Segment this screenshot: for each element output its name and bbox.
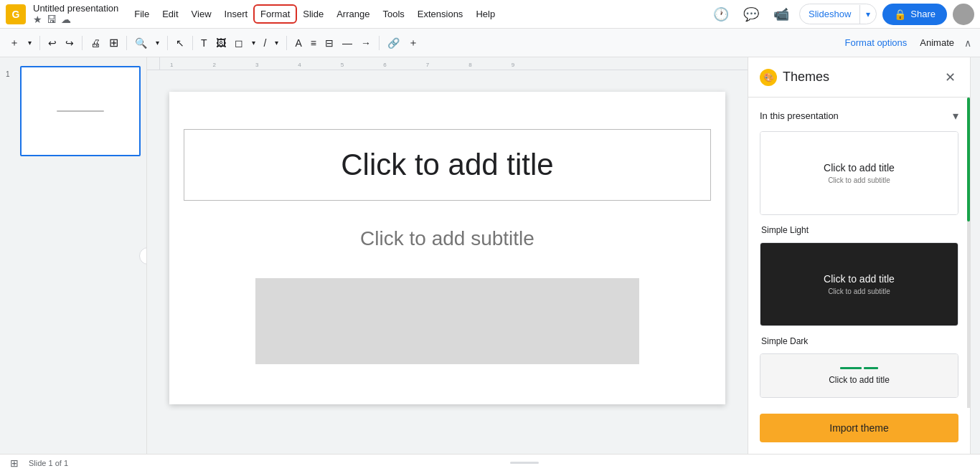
themes-panel: 🎨 Themes ✕ In this presentation ▾ Click … (748, 57, 970, 454)
user-avatar[interactable] (953, 4, 974, 25)
cloud-icon[interactable]: ☁ (61, 14, 71, 25)
share-button[interactable]: 🔒 Share (882, 4, 947, 25)
slide-canvas[interactable]: Click to add title Click to add subtitle (169, 92, 725, 404)
scroll-indicator (510, 462, 539, 464)
menu-extensions[interactable]: Extensions (412, 6, 469, 22)
text-button[interactable]: T (197, 34, 211, 52)
app-logo[interactable]: G (6, 4, 26, 24)
history-button[interactable]: 🕐 (709, 4, 733, 25)
cursor-button[interactable]: ↖ (172, 34, 188, 52)
menu-file[interactable]: File (128, 6, 155, 22)
doc-title[interactable]: Untitled presentation (33, 3, 118, 14)
comment-button[interactable]: 💬 (739, 4, 763, 25)
menu-format[interactable]: Format (255, 6, 296, 22)
image-button[interactable]: 🖼 (212, 34, 230, 52)
main-area: 1 ‹ 1 2 3 4 5 6 7 8 (0, 57, 980, 454)
theme-preview-simple-dark: Click to add title Click to add subtitle (760, 243, 958, 325)
themes-header: 🎨 Themes ✕ (748, 57, 970, 97)
menu-edit[interactable]: Edit (156, 6, 184, 22)
grid-view-button[interactable]: ⊞ (6, 456, 23, 470)
undo-button[interactable]: ↩ (44, 34, 60, 52)
shape-button[interactable]: ◻ (231, 34, 247, 52)
toolbar: ＋ ▾ ↩ ↪ 🖨 ⊞ 🔍 ▾ ↖ T 🖼 ◻ ▾ / ▾ A ≡ ⊟ — → … (0, 29, 980, 57)
in-this-presentation-section[interactable]: In this presentation ▾ (760, 103, 958, 128)
layout-button[interactable]: ⊟ (321, 34, 337, 52)
theme-card-simple-light[interactable]: Click to add title Click to add subtitle (760, 131, 958, 215)
collapse-toolbar-button[interactable]: ∧ (961, 34, 974, 52)
save-icon[interactable]: 🖫 (47, 14, 57, 25)
toolbar-separator-7 (379, 36, 380, 50)
theme-card-title-simple-light: Click to add title (824, 162, 895, 173)
line-dropdown[interactable]: ▾ (271, 36, 282, 49)
meet-button[interactable]: 📹 (769, 4, 793, 25)
align-button[interactable]: ≡ (307, 34, 320, 52)
collapse-panel-button[interactable]: ‹ (139, 247, 147, 265)
line-button[interactable]: / (260, 34, 270, 52)
share-label: Share (910, 9, 936, 19)
slide-number-1: 1 (6, 70, 17, 78)
canvas-area[interactable]: Click to add title Click to add subtitle (147, 70, 748, 454)
print-button[interactable]: 🖨 (87, 34, 104, 52)
slide-thumb-content (33, 80, 127, 141)
zoom-button[interactable]: 🔍 (131, 34, 151, 52)
toolbar-separator-2 (82, 36, 83, 50)
doc-title-area: Untitled presentation ★ 🖫 ☁ (33, 3, 118, 25)
slides-panel: 1 ‹ (0, 57, 147, 454)
themes-body: In this presentation ▾ Click to add titl… (748, 97, 970, 408)
subtitle-text: Click to add subtitle (360, 227, 534, 250)
menu-view[interactable]: View (186, 6, 217, 22)
theme-card-title-simple-dark: Click to add title (824, 273, 895, 285)
themes-scrollbar-thumb (967, 97, 970, 222)
menu-tools[interactable]: Tools (377, 6, 410, 22)
slide-thumbnail-1[interactable] (20, 66, 141, 156)
slideshow-dropdown-arrow[interactable]: ▾ (859, 5, 876, 24)
menu-help[interactable]: Help (470, 6, 501, 22)
themes-title: Themes (783, 70, 942, 85)
theme-preview-simple-light: Click to add title Click to add subtitle (760, 132, 958, 214)
arrow-button[interactable]: → (357, 34, 374, 52)
link-button[interactable]: 🔗 (384, 34, 403, 52)
add-dropdown-btn[interactable]: ▾ (24, 36, 35, 49)
menu-insert[interactable]: Insert (219, 6, 254, 22)
theme-card-streamline[interactable]: Click to add title (760, 353, 958, 398)
ruler-top: 1 2 3 4 5 6 7 8 9 (160, 57, 748, 70)
subtitle-placeholder[interactable]: Click to add subtitle (184, 210, 711, 267)
import-theme-button[interactable]: Import theme (760, 414, 958, 442)
paint-format-button[interactable]: ⊞ (105, 33, 122, 52)
star-icon[interactable]: ★ (33, 14, 42, 25)
theme-label-simple-dark: Simple Dark (760, 332, 958, 351)
theme-label-simple-light: Simple Light (760, 221, 958, 239)
toolbar-separator-1 (39, 36, 40, 50)
zoom-dropdown[interactable]: ▾ (152, 36, 163, 49)
image-placeholder[interactable] (255, 278, 639, 364)
animate-button[interactable]: Animate (914, 34, 960, 51)
theme-card-simple-dark[interactable]: Click to add title Click to add subtitle (760, 242, 958, 326)
slideshow-button[interactable]: Slideshow ▾ (799, 4, 877, 24)
slide-canvas-wrapper: Click to add title Click to add subtitle (169, 92, 725, 432)
theme-card-subtitle-simple-light: Click to add subtitle (828, 176, 890, 184)
green-line-1 (840, 367, 862, 369)
green-line-2 (864, 367, 878, 369)
shape-dropdown[interactable]: ▾ (248, 36, 259, 49)
top-bar: G Untitled presentation ★ 🖫 ☁ File Edit … (0, 0, 980, 29)
color-button[interactable]: A (291, 34, 305, 52)
line-style-button[interactable]: — (339, 34, 356, 52)
in-this-dropdown-icon: ▾ (953, 109, 958, 123)
themes-scrollbar[interactable] (967, 97, 970, 408)
menu-slide[interactable]: Slide (297, 6, 329, 22)
canvas-with-ruler: 1 2 3 4 5 6 7 8 9 1 2 3 4 5 (147, 57, 748, 454)
add-button[interactable]: ＋ (6, 34, 23, 52)
format-options-button[interactable]: Format options (839, 34, 913, 51)
menu-arrange[interactable]: Arrange (331, 6, 375, 22)
slide-item-1[interactable]: 1 (3, 63, 143, 159)
right-edge-panel (970, 57, 980, 454)
redo-button[interactable]: ↪ (62, 34, 77, 52)
lock-icon: 🔒 (894, 9, 906, 20)
themes-close-button[interactable]: ✕ (942, 67, 958, 88)
title-placeholder[interactable]: Click to add title (184, 129, 711, 201)
slide-squiggle (57, 110, 104, 112)
theme-card-title-streamline: Click to add title (829, 375, 890, 385)
comment-add-button[interactable]: ＋ (405, 34, 422, 52)
bottom-center (74, 462, 974, 464)
in-this-presentation-label: In this presentation (760, 110, 839, 121)
